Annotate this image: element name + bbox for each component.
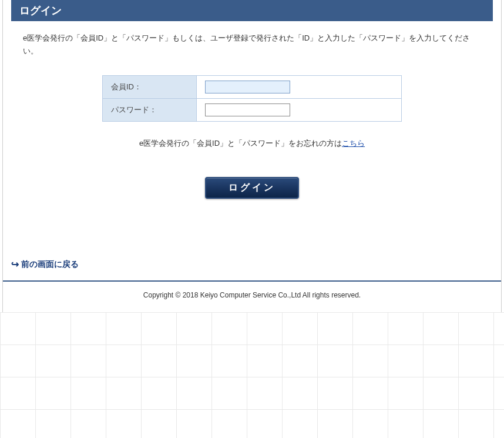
page-title-bar: ログイン [11,0,493,21]
login-form-table: 会員ID： パスワード： [102,75,402,122]
content-area: e医学会発行の「会員ID」と「パスワード」もしくは、ユーザ登録で発行された「ID… [3,21,501,250]
password-input[interactable] [205,103,290,116]
forgot-prefix: e医学会発行の「会員ID」と「パスワード」をお忘れの方は [139,139,342,148]
forgot-link[interactable]: こちら [342,139,365,148]
login-button-wrap: ログイン [19,177,485,199]
password-label: パスワード： [103,99,197,122]
member-id-cell [197,76,402,99]
back-link-wrap: ↪ 前の画面に戻る [3,250,501,280]
forgot-credentials-line: e医学会発行の「会員ID」と「パスワード」をお忘れの方はこちら [19,138,485,149]
back-link-label: 前の画面に戻る [21,259,79,270]
page-title: ログイン [19,5,62,16]
member-id-input[interactable] [205,81,290,93]
member-id-label: 会員ID： [103,76,197,99]
back-link[interactable]: ↪ 前の画面に戻る [11,259,79,270]
password-cell [197,99,402,122]
back-arrow-icon: ↪ [11,259,19,270]
copyright-text: Copyright © 2018 Keiyo Computer Service … [143,291,361,299]
footer: Copyright © 2018 Keiyo Computer Service … [3,280,501,312]
login-button[interactable]: ログイン [205,177,299,199]
instruction-text: e医学会発行の「会員ID」と「パスワード」もしくは、ユーザ登録で発行された「ID… [19,32,485,58]
background-grid [0,312,504,438]
main-container: ログイン e医学会発行の「会員ID」と「パスワード」もしくは、ユーザ登録で発行さ… [2,0,502,312]
